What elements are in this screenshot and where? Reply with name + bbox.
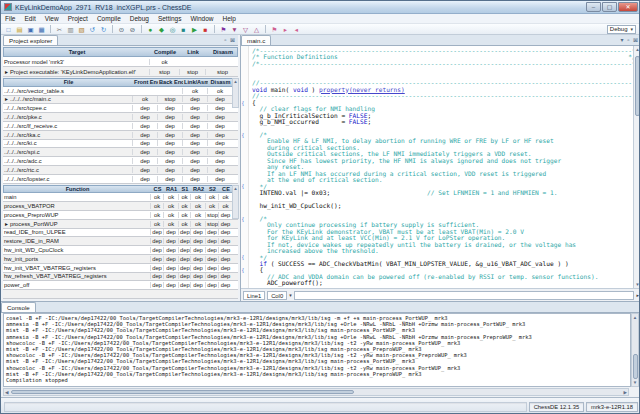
status-dropdown-icon[interactable]: ▾ [289, 292, 292, 298]
scroll-up-icon[interactable]: ▲ [634, 46, 640, 53]
step-over-icon[interactable]: ▽ [241, 25, 250, 34]
table-row[interactable]: ../../../src/ki.cdepdepdepdep [3, 140, 238, 149]
table-row[interactable]: hw_init_WD_CpuClockdepdepdepdepdepdep [3, 246, 238, 255]
build-mode-combo[interactable]: Debug▾ [607, 25, 636, 34]
column-header[interactable]: Link [180, 49, 206, 55]
run-icon[interactable]: ▶ [190, 25, 199, 34]
table-row[interactable] [3, 290, 238, 299]
table-row[interactable]: power_offdepdepdepdepdepdep [3, 281, 238, 290]
column-header[interactable]: Disasm [206, 49, 240, 55]
compile-icon[interactable]: ● [146, 25, 155, 34]
table-row[interactable]: hw_refresh_VBAT_VBATREG_registersdepdepd… [3, 273, 238, 282]
table-row[interactable]: ../../../src/rtc.cdepdepdepdep [3, 166, 238, 175]
maximize-button[interactable]: ▢ [602, 2, 617, 12]
minimize-button[interactable]: – [586, 2, 601, 12]
build-all-icon[interactable]: ■ [179, 25, 188, 34]
column-header[interactable]: CS [151, 186, 164, 192]
open-icon[interactable]: ▤ [15, 25, 24, 34]
table-row[interactable]: ../../../src/lopster.cdepdepdepdep [3, 175, 238, 184]
column-header[interactable]: S2 [206, 186, 219, 192]
fold-marker-icon[interactable]: { [242, 216, 244, 222]
column-header[interactable]: Disasm [208, 79, 233, 85]
editor-scroll-thumb[interactable] [635, 56, 640, 116]
menu-help[interactable]: Help [223, 15, 236, 22]
table-row[interactable]: ../../../src/tcpee.cdepdepdepdep [3, 104, 238, 113]
console-scroll-left-icon[interactable]: ◀ [5, 389, 8, 396]
status-expand-icon[interactable]: ▸ [636, 292, 639, 298]
bookmark-add-icon[interactable]: ⚑ [270, 25, 279, 34]
table-row[interactable]: hw_init_portsdepdepdepdepdepdep [3, 255, 238, 264]
table-row[interactable]: ▸../../../src/main.cokstopdepdep [3, 96, 238, 105]
table-row[interactable]: ../../../src/vector_table.sokok [3, 87, 238, 96]
console-scroll-right-icon[interactable]: ▶ [624, 389, 627, 396]
redo-icon[interactable]: ↻ [99, 25, 108, 34]
menu-view[interactable]: View [45, 15, 59, 22]
code-line[interactable]: ADC_poweroff(); [252, 280, 633, 286]
bookmark-prev-icon[interactable]: ◂ [292, 25, 301, 34]
console-output[interactable]: cosel -B +F -IC:/Users/dep17422/00_Tools… [3, 313, 631, 387]
assemble-icon[interactable]: ◆ [157, 25, 166, 34]
fold-marker-icon[interactable]: { [242, 267, 244, 273]
title-bar[interactable]: KEyLinkDemoApp_2971_RV18_incXGPL.prs - C… [1, 1, 640, 14]
find-icon[interactable]: ⊙ [117, 25, 126, 34]
code-area[interactable]: {{{{{{ /*-------------------------------… [241, 46, 640, 288]
table-row[interactable]: ../../../src/adc.cdepdepdepdep [3, 157, 238, 166]
find-next-icon[interactable]: ⊘ [128, 25, 137, 34]
table-row[interactable]: ../../../src/pke.cdepdepdepdep [3, 113, 238, 122]
column-header[interactable]: Link/Asm [183, 79, 208, 85]
column-header[interactable]: CE [219, 186, 233, 192]
console-scroll-down-icon[interactable]: ▼ [632, 379, 638, 386]
table-row[interactable]: Processor model 'mrk3'ok [3, 57, 238, 67]
column-header[interactable]: Compile [150, 49, 180, 55]
editor-vertical-scrollbar[interactable]: ▲ ▼ [633, 46, 640, 288]
explorer-pane-icons[interactable]: ▫ ⊠ [224, 36, 236, 43]
table-row[interactable]: read_IDE_from_ULPEEdepdepdepdepdepdep [3, 229, 238, 238]
column-header[interactable]: S1 [179, 186, 191, 192]
menu-settings[interactable]: Settings [158, 15, 182, 22]
column-header[interactable]: Target [4, 49, 150, 55]
menu-debug[interactable]: Debug [130, 15, 149, 22]
save-all-icon[interactable]: ▦ [37, 25, 46, 34]
tab-main-c[interactable]: main.c [241, 35, 271, 45]
table-row[interactable]: hw_init_VBAT_VBATREG_registersdepdepdepd… [3, 264, 238, 273]
column-header[interactable]: Back End [158, 79, 183, 85]
fold-marker-icon[interactable]: { [242, 132, 244, 138]
bookmark-next-icon[interactable]: ▸ [281, 25, 290, 34]
stop-icon[interactable]: ■ [201, 25, 210, 34]
tab-console[interactable]: Console [1, 302, 36, 312]
table-row[interactable]: ▸process_PortWUPokokokokstopdep [3, 220, 238, 229]
column-header[interactable]: File [4, 79, 133, 85]
console-scroll-up-icon[interactable]: ▲ [632, 314, 638, 321]
code-text[interactable]: /*--------------------------------------… [249, 46, 633, 288]
table-scrollbar[interactable]: ▲ [232, 78, 239, 108]
menu-edit[interactable]: Edit [24, 15, 35, 22]
step-into-icon[interactable]: ▼ [230, 25, 239, 34]
debug-flag-icon[interactable]: ⚑ [219, 25, 228, 34]
menu-compile[interactable]: Compile [97, 15, 121, 22]
tab-project-explorer[interactable]: Project explorer [3, 35, 58, 45]
column-header[interactable]: Function [4, 186, 151, 192]
code-line[interactable]: /*--------------------------------------… [252, 61, 633, 67]
step-out-icon[interactable]: △ [252, 25, 261, 34]
table-row[interactable]: process_VBATPORokokokokokok [3, 202, 238, 211]
table-row[interactable]: ../../../src/spi.cdepdepdepdep [3, 148, 238, 157]
new-file-icon[interactable]: □ [4, 25, 13, 34]
close-button[interactable]: ✕ [618, 2, 638, 12]
cut-icon[interactable]: ✂ [55, 25, 64, 34]
editor-pane-icons[interactable]: ▾ ▫ ⊠ [621, 36, 640, 43]
menu-file[interactable]: File [5, 15, 15, 22]
fold-marker-icon[interactable]: { [242, 254, 244, 260]
fold-marker-icon[interactable]: { [242, 183, 244, 189]
paste-icon[interactable]: ▧ [77, 25, 86, 34]
table-row[interactable]: process_PreproWUPokokokokstopdep [3, 211, 238, 220]
table-row[interactable]: mainokokokokokok [3, 193, 238, 202]
console-horizontal-scrollbar[interactable]: ◀ ▶ [3, 388, 629, 396]
fold-marker-icon[interactable]: { [242, 100, 244, 106]
console-vertical-scrollbar[interactable]: ▲ ▼ [631, 313, 639, 387]
column-header[interactable]: RA1 [164, 186, 179, 192]
scroll-down-icon[interactable]: ▼ [634, 281, 640, 288]
link-icon[interactable]: ◎ [168, 25, 177, 34]
table-row[interactable]: ▸Project executable: 'KEyLinkDemoApplica… [3, 67, 238, 77]
column-header[interactable]: Front End [133, 79, 158, 85]
table-row[interactable]: ../../../src/lf_receive.cdepdepdepdep [3, 122, 238, 131]
